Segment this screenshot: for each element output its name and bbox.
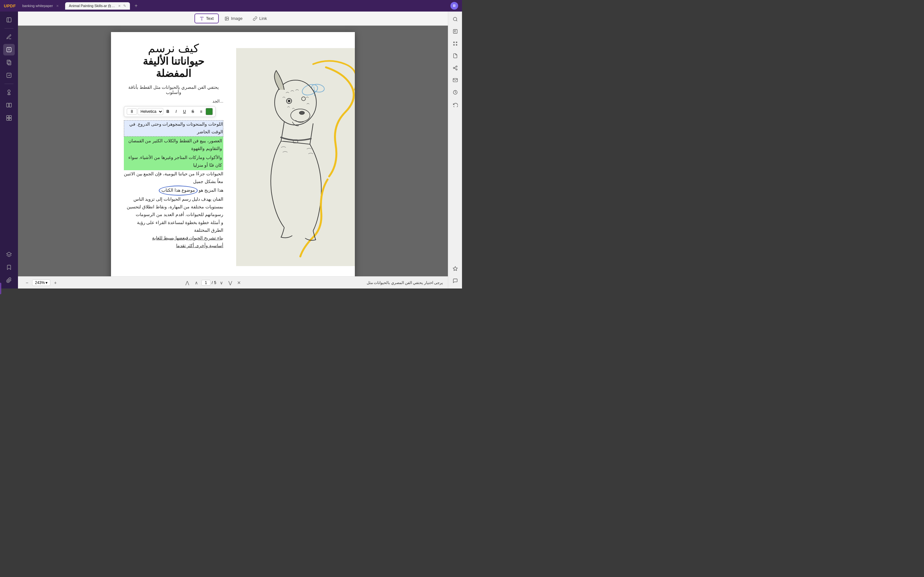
toolbar: Text Image Link [18,11,448,26]
tab-banking-close[interactable]: ✕ [56,4,59,8]
pdf-page: كيف نرسم حيواناتنا الأليفة المفضلة يحتفي… [111,32,355,276]
svg-marker-15 [7,252,11,255]
text-line-1: اللوحات والمنحوتات والمجوهرات وحتى الدرو… [124,120,223,137]
svg-point-31 [453,67,455,69]
color-picker[interactable] [206,108,213,115]
partial-line: ...الجد [124,99,223,103]
zoom-controls: − 243% ▾ + [23,279,59,287]
format-toolbar: Helvetica B I U S ≡ [124,106,216,117]
undo-right-icon[interactable] [450,99,460,110]
pdf-illustration [236,32,355,276]
history-right-icon[interactable] [450,87,460,97]
bottom-preview-text: يرجى اختيار يحتفي الفن المصري بالحيوانات… [367,280,443,285]
add-tab-button[interactable]: + [132,3,139,9]
sidebar-icon-bookmark[interactable] [3,261,15,273]
zoom-chevron-icon: ▾ [45,280,47,285]
svg-rect-11 [7,116,9,118]
sidebar-icon-compare[interactable] [3,99,15,111]
svg-point-23 [299,111,304,114]
sidebar-right [448,11,462,288]
sidebar-icon-stamp[interactable] [3,87,15,98]
text-line-10: بناء تشريح الحيوان فبعضها بسيط للغاية [124,234,223,242]
svg-point-30 [456,66,457,67]
italic-button[interactable]: I [172,108,180,115]
image-tool-label: Image [231,16,242,21]
nav-down-button[interactable]: ∨ [218,279,225,287]
link-tool-button[interactable]: Link [248,14,271,23]
text-line-9: و أمثلة خطوة بخطوة لمساعدة القراء على رؤ… [124,219,223,235]
text-line-5: هذا المزيج هو موضوع هذا الكتاب [124,185,223,195]
pdf-area[interactable]: كيف نرسم حيواناتنا الأليفة المفضلة يحتفي… [18,26,448,276]
circled-text: موضوع هذا الكتاب [159,185,198,195]
text-line-4: الحيوانات جزءًا من حياتنا اليومية، فإن ا… [124,170,223,186]
zoom-display[interactable]: 243% ▾ [32,279,50,286]
mail-right-icon[interactable] [450,75,460,85]
titlebar: UPDF banking whitepaper ✕ Animal Paintin… [0,0,462,11]
ocr-right-icon[interactable] [450,26,460,37]
export-right-icon[interactable] [450,51,460,61]
align-button[interactable]: ≡ [197,108,205,115]
tab-banking[interactable]: banking whitepaper ✕ [18,3,62,9]
svg-rect-10 [9,103,11,107]
sidebar-icon-stats[interactable] [3,69,15,81]
font-family-select[interactable]: Helvetica [137,108,163,115]
text-line-3: والأكواب وماركات المتاجر وغيرها من الأشي… [124,153,223,170]
sidebar-icon-book[interactable] [3,14,15,26]
font-size-input[interactable] [127,108,137,115]
tab-animal-painting[interactable]: Animal Painting Skills-ar 自… ✕ ✎ [65,2,130,10]
svg-rect-13 [7,118,9,121]
divider-2 [5,84,13,84]
bold-button[interactable]: B [164,108,172,115]
tab-animal-label: Animal Painting Skills-ar 自… [69,3,115,8]
tab-banking-label: banking whitepaper [22,4,53,8]
svg-rect-5 [7,60,10,64]
title-line2: حيواناتنا الأليفة المفضلة [124,55,223,79]
sidebar-icon-annotate[interactable] [3,31,15,43]
link-tool-label: Link [259,16,267,21]
text-line-2: العصور، يبيع فن القطط والكلاب الكثير من … [124,137,223,153]
magic-right-icon[interactable] [450,263,460,274]
nav-last-down-button[interactable]: ⋁ [226,279,234,287]
svg-rect-6 [8,61,11,65]
svg-line-34 [454,67,456,68]
sidebar-left [0,11,18,288]
svg-rect-2 [7,47,11,52]
svg-line-33 [454,68,456,69]
svg-point-25 [288,100,290,102]
strikethrough-button[interactable]: S [189,108,197,115]
page-total: 5 [214,280,216,285]
svg-rect-8 [8,94,10,95]
sidebar-icon-edit-active[interactable] [3,44,15,55]
text-tool-button[interactable]: Text [194,13,219,23]
search-right-icon[interactable] [450,14,460,24]
svg-marker-36 [453,266,457,271]
nav-first-up-button[interactable]: ⋀ [184,279,191,287]
close-controls-button[interactable]: ✕ [236,279,242,286]
underline-button[interactable]: U [181,108,188,115]
svg-rect-14 [9,118,11,121]
share-right-icon[interactable] [450,63,460,73]
tab-animal-close[interactable]: ✕ [118,4,121,8]
sidebar-icon-paperclip[interactable] [3,274,15,286]
page-number-input[interactable] [202,280,210,285]
zoom-out-button[interactable]: − [23,279,31,287]
sidebar-icon-pages[interactable] [3,57,15,68]
svg-rect-12 [9,116,11,118]
svg-point-17 [226,18,226,18]
active-indicator [0,283,1,288]
zoom-in-button[interactable]: + [52,279,59,287]
user-avatar[interactable]: R [451,2,458,10]
sidebar-icon-layers[interactable] [3,249,15,260]
comment-right-icon[interactable] [450,276,460,286]
sidebar-icon-multi[interactable] [3,112,15,124]
image-tool-button[interactable]: Image [220,14,247,23]
tab-edit-icon: ✎ [123,4,126,8]
nav-up-button[interactable]: ∧ [192,279,200,287]
text-line-6: الفنان يهدف دليل رسم الحيوانات إلى تزويد… [124,195,223,203]
svg-rect-0 [7,18,11,22]
bottom-bar: − 243% ▾ + ⋀ ∧ / 5 ∨ ⋁ ✕ يرجى اختيار يحت… [18,276,448,288]
scan-right-icon[interactable] [450,39,460,49]
svg-point-28 [453,17,457,21]
svg-point-32 [456,69,457,70]
svg-rect-9 [7,103,9,107]
